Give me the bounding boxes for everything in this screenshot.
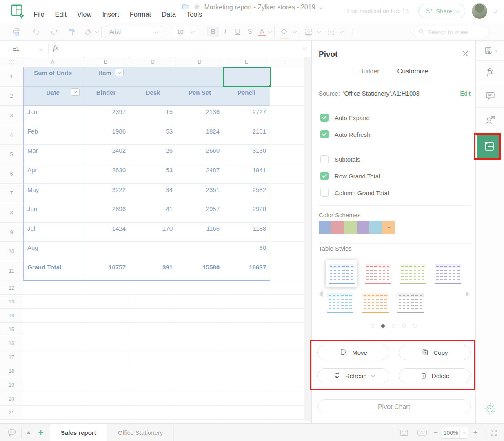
grid-cell[interactable] (23, 281, 82, 295)
grid-cell[interactable] (270, 336, 304, 350)
pivot-value-cell[interactable]: 1424 (82, 223, 129, 242)
grid-cell[interactable] (223, 406, 270, 420)
grid-cell[interactable] (270, 87, 304, 106)
grid-cell[interactable] (223, 364, 270, 378)
row-header-3[interactable]: 3 (0, 106, 23, 125)
pivot-value-cell[interactable]: 2957 (176, 203, 223, 223)
tab-builder[interactable]: Builder (359, 68, 380, 80)
pivot-row-label-grand-total[interactable]: Grand Total (23, 261, 82, 281)
grid-cell[interactable] (129, 350, 176, 364)
move-button[interactable]: Move (317, 345, 389, 360)
grid-cell[interactable] (23, 392, 82, 406)
keyboard-shortcuts-icon[interactable] (413, 424, 431, 441)
table-style-option[interactable] (433, 263, 463, 285)
functions-rail-icon[interactable]: fx (476, 63, 504, 80)
grid-cell[interactable] (82, 281, 129, 295)
menu-tools[interactable]: Tools (187, 11, 202, 18)
pivot-value-cell[interactable]: 170 (129, 223, 176, 242)
close-icon[interactable] (462, 51, 469, 57)
unchecked-checkbox-subtotals[interactable] (320, 155, 329, 163)
fill-color-button[interactable] (278, 26, 290, 38)
grid-cell[interactable] (129, 364, 176, 378)
pivot-chart-button[interactable]: Pivot Chart (317, 399, 471, 414)
column-header-a[interactable]: A (23, 57, 82, 67)
comment-bubble-icon[interactable] (4, 424, 20, 441)
pager-dot-1[interactable] (371, 324, 374, 328)
pivot-row-field-cell[interactable]: Date (23, 87, 82, 106)
user-avatar[interactable] (472, 3, 487, 19)
redo-button[interactable] (48, 26, 60, 38)
pivot-corner-cell[interactable]: Sum of Units (23, 67, 82, 87)
zoom-level-select[interactable]: 100% (442, 427, 468, 439)
grid-cell[interactable] (270, 125, 304, 145)
row-header-21[interactable]: 21 (0, 406, 23, 420)
color-swatch-6[interactable] (382, 221, 395, 234)
pivot-value-cell[interactable]: 15580 (176, 261, 223, 281)
grid-cell[interactable] (270, 145, 304, 164)
tab-customize[interactable]: Customize (397, 68, 429, 80)
pivot-rail-icon[interactable] (477, 135, 501, 158)
pivot-value-cell[interactable]: 1841 (223, 164, 270, 184)
table-style-option[interactable] (398, 263, 428, 285)
grid-cell[interactable] (176, 281, 223, 295)
more-tools-button[interactable]: ⋮ (349, 28, 357, 36)
grid-cell[interactable] (270, 281, 304, 295)
search-in-sheet[interactable]: Search in sheet (413, 26, 490, 38)
grid-cell[interactable] (176, 406, 223, 420)
pivot-value-cell[interactable]: 2727 (223, 106, 270, 125)
color-swatch-2[interactable] (331, 221, 344, 234)
sheet-list-button[interactable] (23, 424, 34, 441)
row-header-6[interactable]: 6 (0, 164, 23, 184)
sheet-tab-sales-report[interactable]: Sales report (50, 424, 107, 441)
table-style-option[interactable] (363, 263, 393, 285)
formula-input[interactable] (65, 43, 290, 55)
grid-cell[interactable] (129, 392, 176, 406)
grid-cell[interactable] (176, 323, 223, 336)
zoom-out-button[interactable]: − (431, 424, 440, 441)
pivot-value-cell[interactable]: 2161 (223, 125, 270, 145)
pager-dot-2[interactable] (381, 324, 385, 328)
app-logo-icon[interactable] (10, 4, 25, 19)
grid-cell[interactable] (270, 392, 304, 406)
row-header-11[interactable]: 11 (0, 261, 23, 281)
grid-cell[interactable] (129, 309, 176, 323)
grid-cell[interactable] (82, 364, 129, 378)
pivot-column-header-pen-set[interactable]: Pen Set (176, 87, 223, 106)
edit-source-link[interactable]: Edit (460, 90, 471, 97)
grid-cell[interactable] (176, 295, 223, 309)
option-auto-expand[interactable]: Auto Expand (320, 114, 370, 122)
comments-rail-icon[interactable] (476, 87, 504, 105)
pivot-value-cell[interactable]: 2660 (176, 145, 223, 164)
folder-icon[interactable] (182, 3, 190, 11)
grid-cell[interactable] (23, 378, 82, 392)
borders-chevron-icon[interactable] (317, 29, 321, 33)
document-title[interactable]: Marketing report - Zylker stores - 2019 (204, 4, 315, 11)
row-header-1[interactable]: 1 (0, 67, 23, 87)
option-column-grand-total[interactable]: Column Grand Total (320, 189, 389, 197)
grid-cell[interactable] (270, 67, 304, 87)
star-icon[interactable] (193, 3, 200, 11)
text-color-chevron-icon[interactable] (268, 29, 272, 33)
styles-next-arrow-icon[interactable] (466, 291, 470, 297)
grid-cell[interactable] (82, 323, 129, 336)
pivot-value-cell[interactable]: 1824 (176, 125, 223, 145)
pivot-value-cell[interactable]: 41 (129, 203, 176, 223)
pivot-value-cell[interactable]: 25 (129, 145, 176, 164)
pivot-row-label-jul[interactable]: Jul (23, 223, 82, 242)
pivot-value-cell[interactable]: 2630 (82, 164, 129, 184)
pivot-value-cell[interactable]: 2351 (176, 184, 223, 203)
bold-button[interactable]: B (207, 27, 219, 37)
eraser-button[interactable] (83, 26, 98, 38)
merge-chevron-icon[interactable] (340, 29, 344, 33)
row-header-16[interactable]: 16 (0, 336, 23, 350)
grid-cell[interactable] (23, 336, 82, 350)
name-box-chevron-icon[interactable] (39, 47, 43, 51)
column-header-e[interactable]: E (223, 57, 270, 67)
pivot-value-cell[interactable]: 2487 (176, 164, 223, 184)
name-box[interactable]: E1 (12, 45, 19, 52)
checked-checkbox-row-grand-total[interactable] (320, 172, 329, 180)
row-header-2[interactable]: 2 (0, 87, 23, 106)
grid-cell[interactable] (270, 309, 304, 323)
menu-insert[interactable]: Insert (102, 11, 119, 18)
text-color-button[interactable]: A (256, 28, 268, 36)
